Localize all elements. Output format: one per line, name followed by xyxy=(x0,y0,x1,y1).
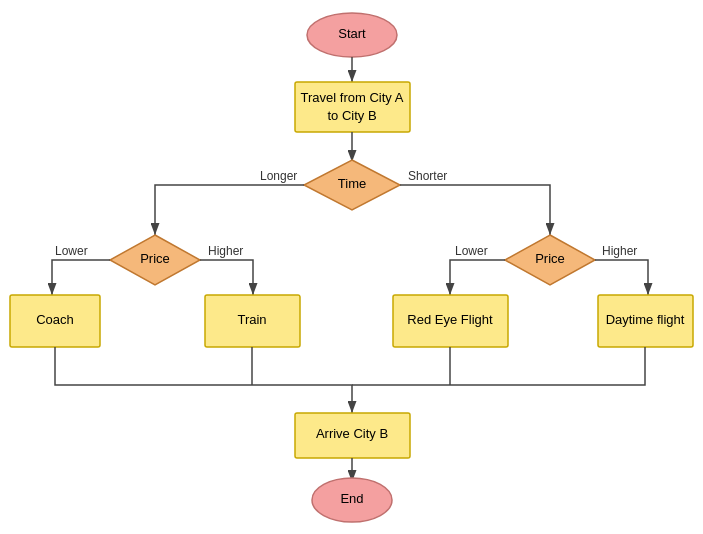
price-right-label: Price xyxy=(535,251,565,266)
line-time-price-left xyxy=(155,185,304,235)
time-label: Time xyxy=(338,176,366,191)
daytime-label: Daytime flight xyxy=(606,312,685,327)
line-price-right-daytime xyxy=(595,260,648,295)
travel-label: Travel from City A xyxy=(301,90,404,105)
line-time-price-right xyxy=(400,185,550,235)
coach-label: Coach xyxy=(36,312,74,327)
start-label: Start xyxy=(338,26,366,41)
end-label: End xyxy=(340,491,363,506)
line-coach-arrive xyxy=(55,347,352,413)
travel-label2: to City B xyxy=(327,108,376,123)
shorter-label: Shorter xyxy=(408,169,447,183)
higher-left-label: Higher xyxy=(208,244,243,258)
longer-label: Longer xyxy=(260,169,297,183)
arrive-label: Arrive City B xyxy=(316,426,388,441)
train-label: Train xyxy=(237,312,266,327)
line-daytime-arrive xyxy=(352,347,645,385)
red-eye-label: Red Eye Flight xyxy=(407,312,493,327)
lower-right-label: Lower xyxy=(455,244,488,258)
line-price-left-train xyxy=(200,260,253,295)
price-left-label: Price xyxy=(140,251,170,266)
higher-right-label: Higher xyxy=(602,244,637,258)
lower-left-label: Lower xyxy=(55,244,88,258)
line-price-right-redeye xyxy=(450,260,505,295)
line-price-left-coach xyxy=(52,260,110,295)
